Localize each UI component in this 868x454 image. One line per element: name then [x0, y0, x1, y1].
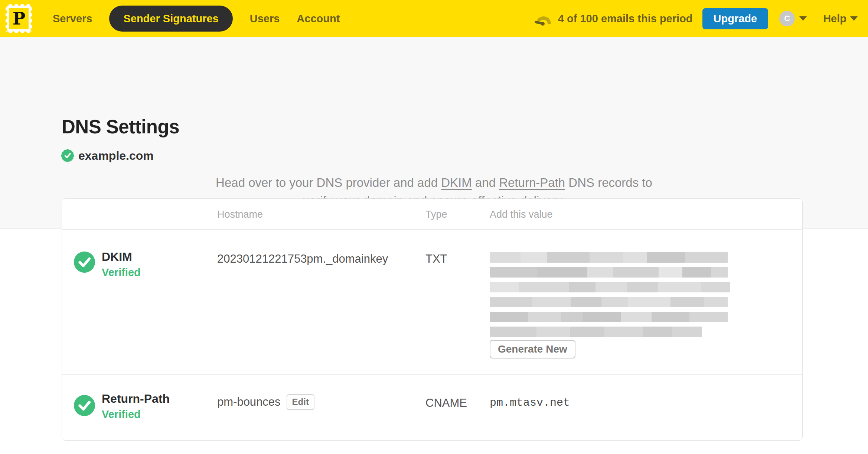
redacted-value-line	[490, 297, 728, 307]
dns-records-card: Hostname Type Add this value DKIM Verifi…	[62, 198, 803, 441]
domain-badge: example.com	[61, 149, 154, 163]
nav-item-sender-signatures[interactable]: Sender Signatures	[109, 6, 232, 32]
logo-letter: P	[9, 8, 29, 29]
col-header-value: Add this value	[490, 199, 553, 230]
record-status: Verified	[102, 266, 141, 279]
table-row-dkim: DKIM Verified 20230121221753pm._domainke…	[62, 230, 802, 375]
record-type: TXT	[425, 252, 447, 266]
nav-links: Servers Sender Signatures Users Account	[53, 6, 340, 32]
table-header: Hostname Type Add this value	[62, 199, 802, 230]
record-hostname-group: pm-bounces Edit	[217, 394, 314, 410]
domain-name: example.com	[78, 149, 154, 163]
record-hostname: 20230121221753pm._domainkey	[217, 252, 388, 266]
redacted-value-line	[490, 312, 728, 322]
nav-item-account[interactable]: Account	[297, 13, 340, 25]
return-path-link[interactable]: Return-Path	[499, 176, 565, 189]
redacted-value	[490, 252, 730, 341]
usage-text: 4 of 100 emails this period	[558, 13, 693, 25]
page-title: DNS Settings	[62, 116, 179, 138]
record-name: DKIM	[102, 250, 132, 264]
upgrade-button[interactable]: Upgrade	[702, 8, 769, 29]
nav-item-users[interactable]: Users	[250, 13, 280, 25]
gauge-icon	[534, 10, 553, 27]
table-row-return-path: Return-Path Verified pm-bounces Edit CNA…	[62, 375, 802, 440]
main-content: DNS Settings example.com Head over to yo…	[0, 37, 868, 454]
nav-right: 4 of 100 emails this period Upgrade C He…	[534, 8, 858, 29]
col-header-type: Type	[425, 199, 447, 230]
verified-seal-icon	[61, 149, 75, 163]
redacted-value-line	[490, 252, 728, 263]
redacted-value-line	[490, 282, 730, 292]
avatar-initial: C	[784, 14, 790, 23]
avatar: C	[779, 11, 795, 26]
record-hostname: pm-bounces	[217, 395, 281, 409]
postmark-logo[interactable]: P	[6, 4, 32, 33]
check-circle-icon	[74, 252, 95, 273]
intro-part: DNS records to	[565, 176, 652, 189]
record-name: Return-Path	[102, 392, 170, 406]
usage-meter: 4 of 100 emails this period	[534, 10, 693, 27]
intro-part: and	[472, 176, 499, 189]
redacted-value-line	[490, 267, 728, 278]
app-nav: P Servers Sender Signatures Users Accoun…	[0, 0, 868, 37]
redacted-value-line	[490, 327, 702, 337]
help-label: Help	[823, 13, 846, 25]
generate-new-button[interactable]: Generate New	[490, 340, 575, 359]
edit-button[interactable]: Edit	[287, 394, 314, 410]
dkim-link[interactable]: DKIM	[441, 176, 472, 189]
account-menu[interactable]: C	[779, 11, 807, 26]
check-circle-icon	[74, 395, 95, 416]
col-header-hostname: Hostname	[217, 199, 263, 230]
chevron-down-icon	[850, 16, 858, 21]
help-menu[interactable]: Help	[823, 13, 858, 25]
chevron-down-icon	[799, 16, 807, 21]
record-type: CNAME	[425, 396, 467, 410]
record-status: Verified	[102, 408, 141, 421]
intro-part: Head over to your DNS provider and add	[216, 176, 441, 189]
nav-item-servers[interactable]: Servers	[53, 13, 92, 25]
record-value: pm.mtasv.net	[490, 396, 570, 409]
